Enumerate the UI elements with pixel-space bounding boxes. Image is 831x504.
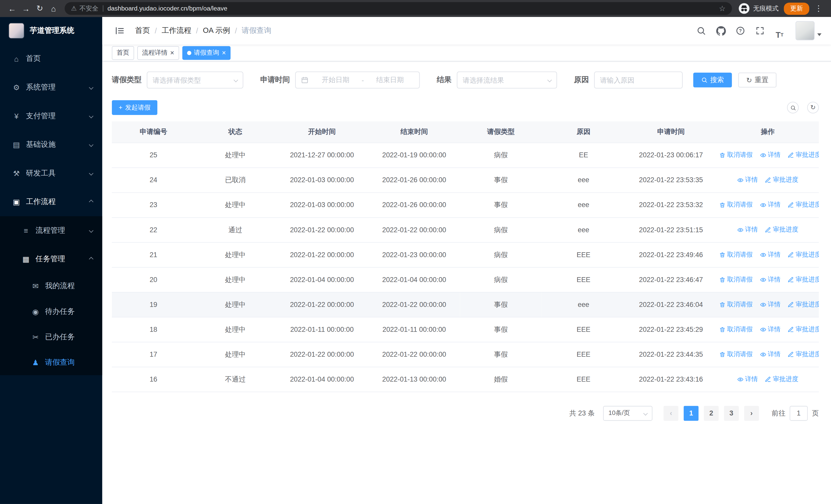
progress-link[interactable]: 审批进度 [787,275,819,284]
sidebar-item-task-management[interactable]: ▦ 任务管理 [0,245,103,273]
detail-link[interactable]: 详情 [737,375,758,384]
tab-home[interactable]: 首页 [112,46,134,60]
cell-apply-time: 2022-01-22 23:49:46 [625,242,717,267]
reason-field[interactable] [594,71,683,89]
sidebar-item-process-management[interactable]: ≡ 流程管理 [0,216,103,245]
breadcrumb-home[interactable]: 首页 [135,26,150,35]
browser-reload-button[interactable]: ↻ [33,2,47,16]
sidebar-item-my-process[interactable]: ✉ 我的流程 [0,273,103,299]
prev-page-button[interactable]: ‹ [664,406,679,421]
detail-link[interactable]: 详情 [760,350,781,359]
cell-start-time: 2021-12-27 00:00:00 [276,143,368,168]
detail-link[interactable]: 详情 [737,176,758,184]
home-icon: ⌂ [11,55,21,63]
detail-link[interactable]: 详情 [760,200,781,209]
leave-type-select[interactable] [147,71,243,89]
close-icon[interactable]: × [222,49,226,56]
bookmark-star-icon[interactable]: ☆ [719,4,725,13]
browser-update-button[interactable]: 更新 [784,2,809,14]
search-icon [696,26,706,35]
sidebar-item-infrastructure[interactable]: ▤ 基础设施 [0,130,103,159]
sidebar-item-leave-query[interactable]: ♟ 请假查询 [0,350,103,375]
fullscreen-button[interactable] [752,23,768,39]
progress-link[interactable]: 审批进度 [787,151,819,159]
cell-actions: 取消请假 详情 审批进度 [717,267,819,292]
detail-link[interactable]: 详情 [760,275,781,284]
edit-icon [787,202,794,208]
progress-link[interactable]: 审批进度 [765,225,798,234]
detail-link[interactable]: 详情 [760,325,781,334]
progress-link[interactable]: 审批进度 [765,375,798,384]
sidebar-item-home[interactable]: ⌂ 首页 [0,45,103,73]
toggle-search-button[interactable] [787,101,799,113]
sidebar-item-system[interactable]: ⚙ 系统管理 [0,73,103,102]
page-button-3[interactable]: 3 [724,406,739,421]
date-range-picker[interactable]: 开始日期 - 结束日期 [295,71,420,89]
help-button[interactable]: ? [733,23,748,39]
leave-type-input[interactable] [153,76,234,84]
next-page-button[interactable]: › [744,406,759,421]
result-select[interactable] [457,71,557,89]
progress-link[interactable]: 审批进度 [787,325,819,334]
page-content: 请假类型 申请时间 开始日期 - [103,62,831,504]
github-button[interactable] [713,23,729,39]
page-button-1[interactable]: 1 [684,406,698,421]
user-avatar[interactable] [796,21,814,40]
result-input[interactable] [463,76,548,84]
edit-icon [787,276,794,283]
sidebar-item-done-tasks[interactable]: ✂ 已办任务 [0,324,103,350]
tab-leave-query[interactable]: 请假查询 × [182,46,231,60]
cancel-leave-link[interactable]: 取消请假 [719,275,752,284]
logo-image [8,23,24,39]
page-size-select[interactable]: 10条/页 [603,406,652,421]
address-bar[interactable]: ⚠ 不安全 dashboard.yudao.iocoder.cn/bpm/oa/… [65,2,732,15]
detail-link[interactable]: 详情 [737,225,758,234]
cell-start-time: 2022-01-03 00:00:00 [276,192,368,217]
reason-input[interactable] [600,76,677,84]
trash-icon [719,251,725,258]
reset-button[interactable]: ↻ 重置 [738,72,776,88]
sidebar-item-todo-tasks[interactable]: ◉ 待办任务 [0,299,103,324]
refresh-table-button[interactable]: ↻ [807,101,819,113]
detail-link[interactable]: 详情 [760,300,781,309]
breadcrumb-oa-example[interactable]: OA 示例 [203,26,230,35]
cancel-leave-link[interactable]: 取消请假 [719,325,752,334]
eye-icon [760,276,766,283]
sidebar-item-devtools[interactable]: ⚒ 研发工具 [0,159,103,188]
user-menu[interactable] [796,21,822,40]
sidebar-item-workflow[interactable]: ▣ 工作流程 [0,187,103,216]
calendar-icon [301,76,309,84]
list-icon: ≡ [21,226,31,235]
browser-home-button[interactable]: ⌂ [47,2,61,16]
tab-process-detail[interactable]: 流程详情 × [137,46,179,60]
close-icon[interactable]: × [170,49,174,56]
detail-link[interactable]: 详情 [760,151,781,159]
progress-link[interactable]: 审批进度 [765,176,798,184]
breadcrumb-workflow[interactable]: 工作流程 [162,26,192,35]
cancel-leave-link[interactable]: 取消请假 [719,151,752,159]
page-button-2[interactable]: 2 [704,406,719,421]
cell-apply-time: 2022-01-22 23:46:47 [625,267,717,292]
font-size-button[interactable]: TT [772,23,787,39]
cancel-leave-link[interactable]: 取消请假 [719,350,752,359]
collapse-sidebar-button[interactable] [112,23,128,39]
browser-menu-button[interactable]: ⋮ [811,4,826,13]
search-submit-button[interactable]: 搜索 [693,72,732,88]
create-leave-button[interactable]: + 发起请假 [112,100,157,115]
progress-link[interactable]: 审批进度 [787,250,819,259]
progress-link[interactable]: 审批进度 [787,200,819,209]
progress-link[interactable]: 审批进度 [787,350,819,359]
app-title: 芋道管理系统 [30,26,74,35]
browser-forward-button[interactable]: → [19,2,33,16]
cancel-leave-link[interactable]: 取消请假 [719,300,752,309]
search-button[interactable] [693,23,709,39]
cancel-leave-link[interactable]: 取消请假 [719,250,752,259]
cell-status: 通过 [195,217,276,242]
browser-back-button[interactable]: ← [5,2,19,16]
cancel-leave-link[interactable]: 取消请假 [719,200,752,209]
cell-status: 处理中 [195,143,276,168]
sidebar-item-payment[interactable]: ¥ 支付管理 [0,101,103,130]
detail-link[interactable]: 详情 [760,250,781,259]
progress-link[interactable]: 审批进度 [787,300,819,309]
goto-page-input[interactable] [790,406,808,421]
